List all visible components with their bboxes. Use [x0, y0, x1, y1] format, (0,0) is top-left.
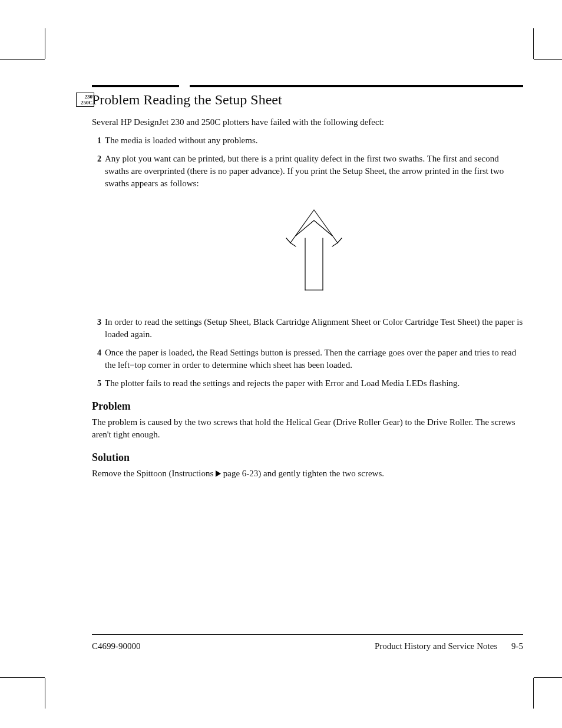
step-text: Once the paper is loaded, the Read Setti… [105, 348, 516, 370]
model-badge-line: 230 [78, 94, 92, 100]
solution-page-ref: page 6-23) and gently tighten the two sc… [221, 469, 384, 478]
model-badge: 230 250C [76, 93, 94, 107]
step-number: 2 [92, 153, 101, 165]
crop-mark [534, 59, 562, 60]
problem-heading: Problem [92, 400, 523, 413]
list-item: 3 In order to read the settings (Setup S… [92, 316, 523, 341]
step-text: The media is loaded without any problems… [105, 136, 258, 145]
triangle-icon [216, 468, 221, 480]
crop-mark [533, 678, 534, 709]
step-text: Any plot you want can be printed, but th… [105, 154, 504, 188]
page-footer: C4699-90000 Product History and Service … [92, 641, 523, 651]
solution-text: Remove the Spittoon (Instructions page 6… [92, 467, 523, 480]
list-item: 5 The plotter fails to read the settings… [92, 377, 523, 390]
step-number: 3 [92, 316, 101, 328]
steps-list: 1 The media is loaded without any proble… [92, 134, 523, 390]
footer-section-title: Product History and Service Notes [375, 641, 497, 651]
crop-mark [0, 677, 45, 678]
footer-rule [92, 634, 523, 635]
step-number: 5 [92, 377, 101, 390]
step-number: 1 [92, 134, 101, 147]
footer-page-number: 9-5 [500, 641, 523, 651]
problem-text: The problem is caused by the two screws … [92, 416, 523, 441]
step-number: 4 [92, 347, 101, 359]
intro-text: Several HP DesignJet 230 and 250C plotte… [92, 116, 523, 129]
solution-heading: Solution [92, 452, 523, 464]
svg-marker-3 [216, 470, 221, 477]
arrow-icon [282, 207, 346, 292]
step-text: The plotter fails to read the settings a… [105, 378, 459, 388]
crop-mark [45, 28, 45, 59]
list-item: 4 Once the paper is loaded, the Read Set… [92, 347, 523, 371]
page-title: Problem Reading the Setup Sheet [92, 92, 523, 108]
crop-mark [45, 678, 45, 709]
content-area: 230 250C Problem Reading the Setup Sheet… [92, 92, 523, 486]
section-rule-gap [179, 85, 190, 87]
list-item: 2 Any plot you want can be printed, but … [92, 153, 523, 296]
crop-mark [533, 28, 534, 59]
model-badge-line: 250C [78, 100, 92, 106]
footer-doc-number: C4699-90000 [92, 641, 141, 651]
footer-right: Product History and Service Notes 9-5 [375, 641, 523, 651]
solution-text-before: Remove the Spittoon (Instructions [92, 469, 216, 478]
step-text: In order to read the settings (Setup She… [105, 317, 523, 339]
crop-mark [534, 677, 562, 678]
list-item: 1 The media is loaded without any proble… [92, 134, 523, 147]
arrow-figure [105, 207, 523, 296]
crop-mark [0, 59, 45, 60]
page: 230 250C Problem Reading the Setup Sheet… [0, 0, 562, 728]
section-rule [92, 85, 523, 87]
